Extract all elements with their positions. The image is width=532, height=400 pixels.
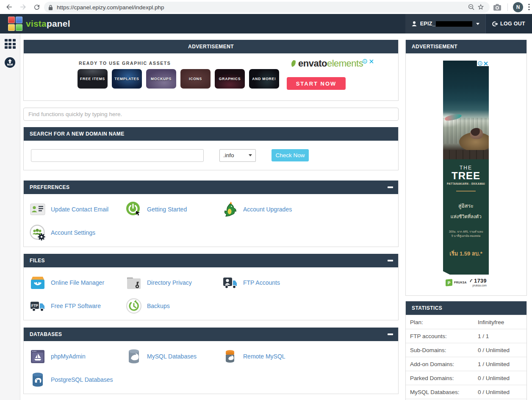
url-bar[interactable]: https://cpanel.epizy.com/panel/indexpl.p… bbox=[44, 2, 490, 13]
screenshot-extension-icon[interactable] bbox=[492, 2, 502, 12]
collapse-minus-icon[interactable] bbox=[388, 186, 393, 188]
item-ftp-accounts[interactable]: FTP Accounts bbox=[222, 274, 318, 291]
check-now-button[interactable]: Check Now bbox=[272, 149, 309, 161]
ad-tile[interactable]: ICONS bbox=[180, 69, 211, 89]
ad-tile[interactable]: AND MORE! bbox=[249, 69, 279, 89]
item-label: phpMyAdmin bbox=[51, 353, 86, 360]
advertisement-panel: ADVERTISEMENT READY TO USE GRAPHIC ASSET… bbox=[23, 40, 399, 101]
preferences-title: PREFERENCES bbox=[30, 184, 69, 190]
forward-icon[interactable] bbox=[18, 2, 28, 12]
contact-card-icon bbox=[29, 201, 46, 218]
ad-tagline: READY TO USE GRAPHIC ASSETS bbox=[79, 61, 171, 66]
ad-tile[interactable]: MOCKUPS bbox=[146, 69, 176, 89]
account-name-redacted bbox=[436, 21, 472, 27]
item-account-upgrades[interactable]: Account Upgrades bbox=[222, 201, 318, 218]
item-label: Directory Privacy bbox=[147, 279, 192, 286]
item-label: Getting Started bbox=[147, 206, 187, 213]
elements-wordmark: elements bbox=[327, 59, 363, 68]
ad-photo bbox=[443, 61, 489, 159]
item-directory-privacy[interactable]: Directory Privacy bbox=[125, 274, 222, 291]
ad-tile[interactable]: FREE ITEMS bbox=[78, 69, 108, 89]
dragon-icon bbox=[222, 201, 238, 218]
logout-button[interactable]: LOG OUT bbox=[486, 14, 532, 33]
item-backups[interactable]: Backups bbox=[125, 297, 222, 314]
ad-thai-small1: 300ม. จาก ARL รามคำแหง bbox=[443, 230, 489, 234]
envato-leaf-icon bbox=[290, 60, 297, 68]
browser-menu-icon[interactable] bbox=[528, 3, 530, 11]
zoom-out-icon[interactable] bbox=[467, 3, 476, 12]
upload-icon[interactable] bbox=[4, 57, 16, 68]
databases-section: DATABASES phpMyAdmin MySQL Databases bbox=[23, 328, 399, 394]
item-label: Account Upgrades bbox=[243, 206, 292, 213]
side-advertisement-header: ADVERTISEMENT bbox=[406, 40, 526, 53]
chevron-down-icon bbox=[476, 23, 479, 25]
collapse-minus-icon[interactable] bbox=[388, 260, 393, 261]
bookmark-star-icon[interactable] bbox=[476, 3, 485, 12]
item-label: Online File Manager bbox=[51, 279, 104, 286]
select-arrow-icon bbox=[249, 154, 252, 156]
ad-close-icon[interactable] bbox=[369, 59, 374, 64]
lock-icon bbox=[48, 4, 53, 11]
envato-ad[interactable]: READY TO USE GRAPHIC ASSETS FREE ITEMS T… bbox=[24, 53, 398, 100]
item-mysql-databases[interactable]: MySQL Databases bbox=[125, 348, 222, 365]
files-title: FILES bbox=[30, 258, 45, 264]
ftp-accounts-icon bbox=[222, 274, 238, 291]
adchoices-info-icon[interactable] bbox=[477, 61, 483, 66]
ad-phone: 1739 bbox=[474, 278, 487, 284]
tld-selected-value: .info bbox=[223, 152, 234, 158]
back-icon[interactable] bbox=[4, 2, 14, 12]
postgresql-icon bbox=[29, 371, 46, 388]
url-text: https://cpanel.epizy.com/panel/indexpl.p… bbox=[57, 4, 467, 11]
reload-icon[interactable] bbox=[32, 2, 42, 12]
brand-vista: vista bbox=[26, 19, 47, 28]
ad-text-block: THE TREE PATTANAKARN - EKKAMAI สู่อิสระ … bbox=[443, 159, 489, 275]
item-label: Remote MySQL bbox=[243, 353, 285, 360]
pruksa-brand: PRUKSA bbox=[454, 281, 467, 284]
chrome-separator bbox=[507, 3, 508, 11]
item-account-settings[interactable]: Account Settings bbox=[29, 224, 125, 241]
file-manager-icon bbox=[29, 274, 46, 291]
right-column: ADVERTISEMENT bbox=[405, 40, 527, 400]
mysql-cylinder-icon bbox=[125, 348, 142, 365]
remote-mysql-icon bbox=[222, 348, 238, 365]
phpmyadmin-icon bbox=[29, 348, 46, 365]
advertisement-header: ADVERTISEMENT bbox=[24, 40, 398, 53]
collapse-minus-icon[interactable] bbox=[388, 333, 393, 335]
item-label: Update Contact Email bbox=[51, 206, 108, 213]
ad-tile[interactable]: GRAPHICS bbox=[215, 69, 245, 89]
item-remote-mysql[interactable]: Remote MySQL bbox=[222, 348, 318, 365]
browser-profile-avatar[interactable]: N bbox=[513, 2, 523, 12]
ad-tile[interactable]: TEMPLATES bbox=[112, 69, 142, 89]
ad-divider bbox=[456, 191, 476, 192]
apps-grid-icon[interactable] bbox=[5, 39, 16, 49]
item-free-ftp-software[interactable]: FTP Free FTP Software bbox=[29, 297, 125, 314]
files-section: FILES Online File Manager Directory Priv… bbox=[23, 254, 399, 320]
account-menu[interactable]: EPIZ_ bbox=[405, 14, 485, 33]
item-postgresql-databases[interactable]: PostgreSQL Databases bbox=[29, 371, 125, 388]
item-label: PostgreSQL Databases bbox=[51, 376, 113, 383]
ad-footer: P PRUKSA 1739 pruksa.com bbox=[443, 275, 489, 290]
item-update-contact-email[interactable]: Update Contact Email bbox=[29, 201, 125, 218]
item-phpmyadmin[interactable]: phpMyAdmin bbox=[29, 348, 125, 365]
stat-row-sub-domains: Sub-Domains: 0 / Unlimited bbox=[406, 343, 526, 357]
phone-icon bbox=[469, 279, 473, 283]
ad-close-icon[interactable] bbox=[483, 61, 489, 66]
ad-title-line2: TREE bbox=[443, 171, 489, 181]
backups-icon bbox=[125, 297, 142, 314]
find-functions-input[interactable] bbox=[23, 108, 399, 121]
item-online-file-manager[interactable]: Online File Manager bbox=[29, 274, 125, 291]
pruksa-ad[interactable]: THE TREE PATTANAKARN - EKKAMAI สู่อิสระ … bbox=[443, 61, 489, 290]
ftp-icon-text: FTP bbox=[31, 303, 38, 308]
adchoices-info-icon[interactable] bbox=[363, 59, 367, 64]
stat-row-parked-domains: Parked Domains: 0 / Unlimited bbox=[406, 371, 526, 385]
item-getting-started[interactable]: Getting Started bbox=[125, 201, 222, 218]
statistics-header: STATISTICS bbox=[406, 301, 526, 315]
ad-site: pruksa.com bbox=[469, 284, 487, 287]
account-name-prefix: EPIZ_ bbox=[420, 21, 435, 27]
tld-select[interactable]: .info bbox=[219, 149, 256, 162]
user-icon bbox=[411, 21, 417, 27]
ad-subtitle: PATTANAKARN - EKKAMAI bbox=[443, 182, 489, 185]
envato-elements-logo[interactable]: envatoelements bbox=[290, 59, 374, 68]
start-now-button[interactable]: START NOW bbox=[287, 77, 346, 90]
domain-name-input[interactable] bbox=[31, 149, 204, 162]
